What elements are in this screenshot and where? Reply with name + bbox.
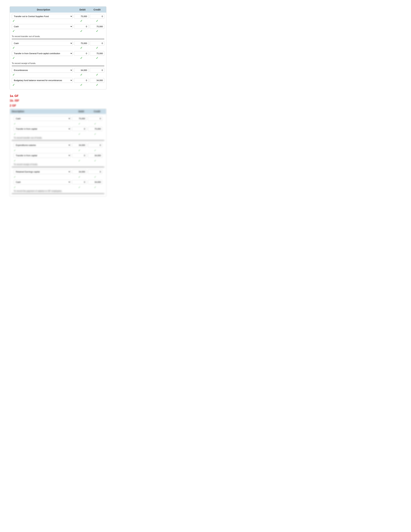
check-row-4: ✓ ✓ ✓ [12,56,104,60]
check-row-2: ✓ ✓ ✓ [12,29,104,33]
blurred-check-desc-1: ✓ [14,122,71,125]
blurred-check-debit-4: ✓ [72,159,86,162]
blurred-check-row-3: ✓ ✓ ✓ [12,149,104,152]
blurred-check-credit-6: ✓ [88,186,102,189]
blurred-select-4: Transfer in from capital [14,153,71,158]
check-credit-5: ✓ [90,73,104,76]
check-desc-4: ✓ [12,56,73,60]
check-debit-1: ✓ [74,19,88,23]
blurred-check-credit-4: ✓ [88,159,102,162]
debit-input-6[interactable] [74,78,88,83]
blurred-check-credit-2: ✓ [88,133,102,136]
blurred-header-desc: Description [12,110,73,113]
blurred-debit-1 [72,116,86,121]
description-select-5[interactable]: Encumbrances [12,68,73,73]
blurred-credit-1 [88,116,102,121]
check-debit-2: ✓ [74,29,88,33]
check-row-5: ✓ ✓ ✓ [12,73,104,76]
blurred-header-debit: Debit [74,110,88,113]
blurred-check-credit-3: ✓ [88,149,102,152]
debit-input-2[interactable] [74,24,88,29]
check-desc-5: ✓ [12,73,73,76]
blurred-debit-5 [72,170,86,174]
blurred-check-debit-3: ✓ [72,149,86,152]
debit-input-1[interactable] [74,14,88,19]
check-debit-6: ✓ [74,83,88,87]
debit-input-3[interactable] [74,41,88,46]
entry-row-5: Encumbrances [12,68,104,73]
debit-input-4[interactable] [74,51,88,56]
blurred-select-2: Transfer in from capital [14,127,71,131]
blurred-debit-3 [72,143,86,147]
blurred-check-desc-5: ✓ [14,175,71,179]
blurred-check-desc-2: ✓ [14,133,71,136]
blurred-credit-4 [88,153,102,158]
section-label-blurred: 2 GF [10,104,401,107]
check-desc-2: ✓ [12,29,73,33]
check-credit-4: ✓ [90,56,104,60]
blurred-credit-6 [88,180,102,184]
blurred-credit-2 [88,127,102,131]
blurred-note-3: To record the payment of salaries to ISF… [12,189,104,194]
blurred-credit-5 [88,170,102,174]
note-1: To record transfer out of funds. [12,34,104,39]
entry-row-1: Transfer out to Central Supplies Fund [12,14,104,19]
description-select-3[interactable]: Cash [12,41,73,46]
check-desc-3: ✓ [12,46,73,50]
check-credit-2: ✓ [90,29,104,33]
blurred-check-credit-1: ✓ [88,122,102,125]
description-select-6[interactable]: Budgetary fund balance reserved for encu… [12,78,73,83]
header-debit: Debit [75,8,90,11]
blurred-debit-6 [72,180,86,184]
blurred-select-6: Cash [14,180,71,184]
check-credit-6: ✓ [90,83,104,87]
blurred-entry-row-3: Expenditures-salaries [12,142,104,149]
check-debit-3: ✓ [74,46,88,50]
entry-row-6: Budgetary fund balance reserved for encu… [12,78,104,83]
credit-input-2[interactable] [90,24,104,29]
blurred-select-1: Cash [14,116,71,121]
blurred-check-debit-2: ✓ [72,133,86,136]
credit-input-1[interactable] [90,14,104,19]
debit-input-5[interactable] [74,68,88,73]
blurred-check-debit-6: ✓ [72,186,86,189]
header-credit: Credit [90,8,104,11]
blurred-table: Description Debit Credit Cash ✓ ✓ ✓ Tran… [10,109,106,197]
blurred-note-1: To record transfer out of funds. [12,136,104,141]
blurred-check-row-2: ✓ ✓ ✓ [12,132,104,136]
blurred-entry-row-5: Retained Earnings capital [12,169,104,175]
check-debit-5: ✓ [74,73,88,76]
note-2: To record receipt of funds. [12,61,104,66]
check-credit-1: ✓ [90,19,104,23]
blurred-header-credit: Credit [90,110,104,113]
credit-input-5[interactable] [90,68,104,73]
blurred-check-desc-6: ✓ [14,186,71,189]
check-desc-1: ✓ [12,19,73,23]
blurred-check-debit-1: ✓ [72,122,86,125]
blurred-debit-2 [72,127,86,131]
description-select-2[interactable]: Cash [12,24,73,29]
credit-input-4[interactable] [90,51,104,56]
credit-input-3[interactable] [90,41,104,46]
blurred-credit-3 [88,143,102,147]
blurred-entry-row-6: Cash [12,179,104,185]
entry-row-3: Cash [12,41,104,46]
credit-input-6[interactable] [90,78,104,83]
blurred-select-3: Expenditures-salaries [14,143,71,148]
blurred-entry-row-4: Transfer in from capital [12,152,104,159]
check-row-6: ✓ ✓ ✓ [12,83,104,87]
description-select-4[interactable]: Transfer in from General Fund-capital co… [12,51,73,56]
blurred-check-desc-3: ✓ [14,149,71,152]
description-select-1[interactable]: Transfer out to Central Supplies Fund [12,14,73,19]
blurred-check-credit-5: ✓ [88,175,102,179]
entry-row-4: Transfer in from General Fund-capital co… [12,51,104,56]
blurred-check-desc-4: ✓ [14,159,71,162]
blurred-check-debit-5: ✓ [72,175,86,179]
blurred-entry-row-1: Cash [12,115,104,122]
blurred-select-5: Retained Earnings capital [14,170,71,174]
main-table: Description Debit Credit Transfer out to… [10,6,106,89]
section-label-1b: 1b. ISF [10,99,401,102]
check-debit-4: ✓ [74,56,88,60]
table-header: Description Debit Credit [10,7,106,13]
blurred-debit-4 [72,153,86,158]
